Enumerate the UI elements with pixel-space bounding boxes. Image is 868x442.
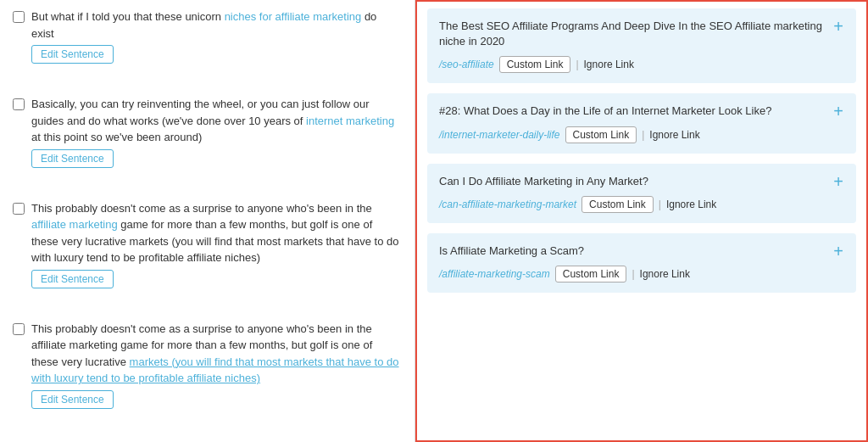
custom-link-button-3[interactable]: Custom Link <box>581 196 654 213</box>
card-title-1: The Best SEO Affiliate Programs And Deep… <box>439 19 844 49</box>
card-actions-3: /can-affiliate-marketing-market Custom L… <box>439 196 844 213</box>
slug-3[interactable]: /can-affiliate-marketing-market <box>439 199 576 210</box>
sentence-block-2: Basically, you can try reinventing the w… <box>13 96 402 176</box>
sentence-text-3: This probably doesn't come as a surprise… <box>31 200 402 288</box>
separator-2: | <box>642 129 644 141</box>
ignore-link-button-3[interactable]: Ignore Link <box>666 199 716 210</box>
ignore-link-button-2[interactable]: Ignore Link <box>649 129 699 141</box>
card-title-3: Can I Do Affiliate Marketing in Any Mark… <box>439 174 844 189</box>
separator-3: | <box>659 199 661 210</box>
sentence-checkbox-1[interactable] <box>13 11 25 23</box>
slug-1[interactable]: /seo-affiliate <box>439 59 494 70</box>
link-card-4: Is Affiliate Marketing a Scam? /affiliat… <box>427 233 856 293</box>
edit-sentence-button-4[interactable]: Edit Sentence <box>31 390 114 409</box>
sentence-block-1: But what if I told you that these unicor… <box>13 8 402 72</box>
custom-link-button-1[interactable]: Custom Link <box>499 56 571 73</box>
slug-4[interactable]: /affiliate-marketing-scam <box>439 268 550 280</box>
link-affiliate-marketing[interactable]: affiliate marketing <box>31 218 118 231</box>
custom-link-button-2[interactable]: Custom Link <box>565 126 637 143</box>
plus-button-1[interactable]: + <box>829 17 848 36</box>
edit-sentence-button-3[interactable]: Edit Sentence <box>31 270 114 288</box>
sentence-text-2: Basically, you can try reinventing the w… <box>31 96 402 168</box>
link-niches[interactable]: niches for affiliate marketing <box>225 10 362 23</box>
sentence-checkbox-2[interactable] <box>13 98 25 110</box>
edit-sentence-button-1[interactable]: Edit Sentence <box>31 45 114 64</box>
sentence-checkbox-4[interactable] <box>13 323 25 335</box>
plus-button-2[interactable]: + <box>829 102 848 120</box>
card-title-4: Is Affiliate Marketing a Scam? <box>439 243 844 259</box>
card-actions-4: /affiliate-marketing-scam Custom Link | … <box>439 266 844 283</box>
plus-button-3[interactable]: + <box>829 172 848 191</box>
sentence-block-4: This probably doesn't come as a surprise… <box>13 321 402 417</box>
custom-link-button-4[interactable]: Custom Link <box>555 266 627 283</box>
sentence-checkbox-3[interactable] <box>13 203 25 215</box>
card-title-2: #28: What Does a Day in the Life of an I… <box>439 104 844 119</box>
link-card-1: The Best SEO Affiliate Programs And Deep… <box>427 8 856 83</box>
link-internet-marketing[interactable]: internet marketing <box>306 115 394 127</box>
sentence-text-4: This probably doesn't come as a surprise… <box>31 321 402 409</box>
right-panel: The Best SEO Affiliate Programs And Deep… <box>415 0 868 442</box>
sentence-text-1: But what if I told you that these unicor… <box>31 8 402 64</box>
edit-sentence-button-2[interactable]: Edit Sentence <box>31 149 114 168</box>
slug-2[interactable]: /internet-marketer-daily-life <box>439 129 560 141</box>
card-actions-2: /internet-marketer-daily-life Custom Lin… <box>439 126 844 143</box>
separator-4: | <box>632 268 634 280</box>
link-card-2: #28: What Does a Day in the Life of an I… <box>427 93 856 153</box>
plus-button-4[interactable]: + <box>829 242 848 260</box>
card-actions-1: /seo-affiliate Custom Link | Ignore Link <box>439 56 844 73</box>
link-card-3: Can I Do Affiliate Marketing in Any Mark… <box>427 164 856 223</box>
left-panel: But what if I told you that these unicor… <box>0 0 415 442</box>
ignore-link-button-4[interactable]: Ignore Link <box>640 268 690 280</box>
ignore-link-button-1[interactable]: Ignore Link <box>584 59 634 70</box>
link-markets[interactable]: markets (you will find that most markets… <box>31 355 399 385</box>
sentence-block-3: This probably doesn't come as a surprise… <box>13 200 402 297</box>
separator-1: | <box>576 59 578 70</box>
